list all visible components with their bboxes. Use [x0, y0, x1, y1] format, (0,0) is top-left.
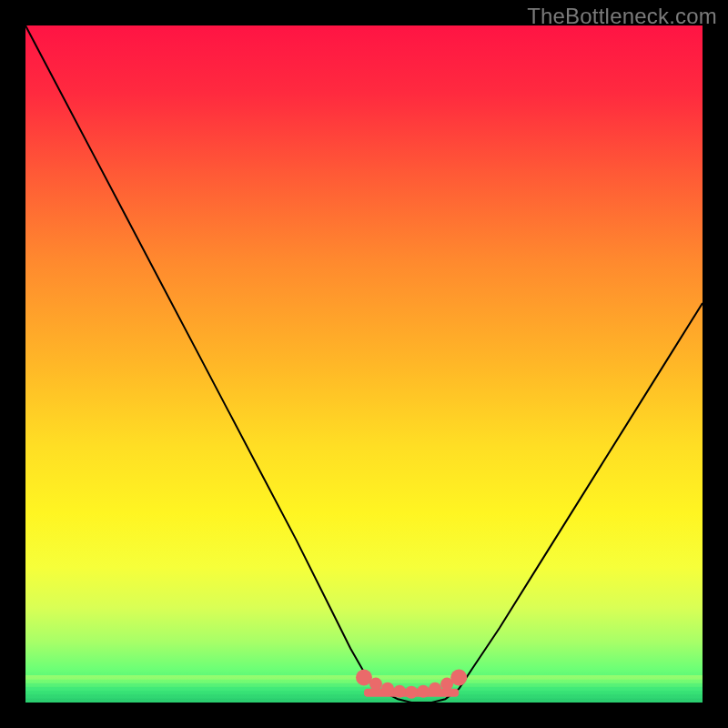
- svg-point-16: [450, 670, 467, 686]
- svg-point-10: [381, 682, 394, 695]
- svg-point-9: [369, 678, 382, 691]
- bottleneck-chart: [25, 25, 703, 703]
- svg-point-14: [429, 682, 441, 695]
- gradient-background: [25, 25, 703, 703]
- svg-point-11: [393, 685, 406, 698]
- chart-frame: TheBottleneck.com: [0, 0, 728, 728]
- svg-point-12: [405, 686, 418, 699]
- plot-area: [25, 25, 703, 703]
- svg-rect-3: [25, 687, 703, 692]
- svg-point-13: [417, 685, 430, 698]
- svg-rect-5: [25, 694, 703, 699]
- svg-rect-6: [25, 699, 703, 703]
